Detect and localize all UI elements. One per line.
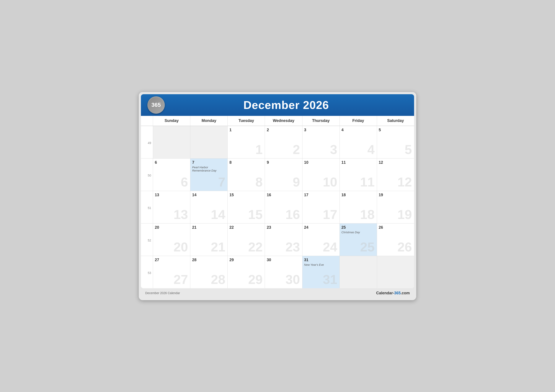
footer-right: Calendar-365.com bbox=[376, 291, 410, 295]
calendar-cell[interactable]: 99 bbox=[265, 158, 302, 191]
calendar-cell[interactable]: 1212 bbox=[377, 158, 414, 191]
footer-left: December 2026 Calendar bbox=[145, 291, 180, 295]
calendar-cell[interactable]: 77Pearl Harbor Remembrance Day bbox=[190, 158, 227, 191]
cell-watermark: 23 bbox=[285, 241, 300, 254]
calendar-cell[interactable]: 2525Christmas Day bbox=[340, 223, 377, 256]
cell-day-number: 3 bbox=[304, 128, 338, 132]
calendar-cell[interactable]: 1111 bbox=[340, 158, 377, 191]
calendar-cell[interactable]: 1717 bbox=[302, 191, 340, 223]
cell-watermark: 1 bbox=[256, 143, 263, 156]
cell-day-number: 19 bbox=[379, 193, 412, 197]
cell-watermark: 7 bbox=[218, 176, 225, 189]
cell-day-number: 10 bbox=[304, 160, 338, 165]
calendar-cell[interactable]: 33 bbox=[302, 126, 340, 158]
cell-day-number: 7 bbox=[192, 160, 226, 165]
cell-watermark: 13 bbox=[174, 208, 188, 221]
logo-badge: 365 bbox=[147, 96, 165, 114]
cell-watermark: 18 bbox=[360, 208, 375, 221]
day-headers: SundayMondayTuesdayWednesdayThursdayFrid… bbox=[141, 116, 414, 126]
cell-watermark: 17 bbox=[323, 208, 337, 221]
cell-day-number: 31 bbox=[304, 258, 338, 262]
calendar-cell[interactable]: 2727 bbox=[153, 256, 190, 288]
calendar-cell[interactable]: 2626 bbox=[377, 223, 414, 256]
calendar-cell[interactable] bbox=[190, 126, 227, 158]
calendar-cell[interactable]: 1818 bbox=[340, 191, 377, 223]
cell-day-number: 28 bbox=[192, 258, 226, 262]
cell-watermark: 15 bbox=[248, 208, 263, 221]
calendar-cell[interactable]: 2323 bbox=[265, 223, 302, 256]
calendar-cell[interactable]: 3030 bbox=[265, 256, 302, 288]
calendar-cell[interactable] bbox=[153, 126, 190, 158]
cell-watermark: 20 bbox=[174, 241, 188, 254]
calendar-title: December 2026 bbox=[165, 99, 408, 112]
calendar-cell[interactable] bbox=[377, 256, 414, 288]
day-header-thursday: Thursday bbox=[302, 116, 340, 126]
cell-watermark: 22 bbox=[248, 241, 263, 254]
calendar-cell[interactable]: 1010 bbox=[302, 158, 340, 191]
footer-brand-suffix: .com bbox=[401, 291, 410, 295]
calendar-cell[interactable]: 2020 bbox=[153, 223, 190, 256]
cell-watermark: 8 bbox=[256, 176, 263, 189]
cell-day-number: 17 bbox=[304, 193, 338, 197]
calendar-cell[interactable]: 2222 bbox=[227, 223, 265, 256]
calendar-cell[interactable]: 1515 bbox=[227, 191, 265, 223]
cell-day-number: 25 bbox=[342, 225, 375, 230]
cell-watermark: 28 bbox=[211, 273, 226, 286]
cell-watermark: 27 bbox=[174, 273, 188, 286]
calendar-header: 365 December 2026 bbox=[141, 94, 414, 116]
cell-day-number: 14 bbox=[192, 193, 226, 197]
calendar-inner: 365 December 2026 SundayMondayTuesdayWed… bbox=[141, 94, 414, 288]
calendar-cell[interactable]: 44 bbox=[340, 126, 377, 158]
week-number-51: 51 bbox=[141, 191, 153, 223]
calendar-cell[interactable]: 2424 bbox=[302, 223, 340, 256]
calendar-cell[interactable]: 11 bbox=[227, 126, 265, 158]
calendar-footer: December 2026 Calendar Calendar-365.com bbox=[141, 288, 414, 298]
cell-day-number: 12 bbox=[379, 160, 412, 165]
cell-day-number: 24 bbox=[304, 225, 338, 230]
calendar-cell[interactable]: 1313 bbox=[153, 191, 190, 223]
day-header-friday: Friday bbox=[340, 116, 377, 126]
cell-watermark: 16 bbox=[285, 208, 300, 221]
footer-brand-text: Calendar- bbox=[376, 291, 394, 295]
cell-watermark: 14 bbox=[211, 208, 226, 221]
calendar-cell[interactable]: 2929 bbox=[227, 256, 265, 288]
calendar-cell[interactable]: 55 bbox=[377, 126, 414, 158]
cell-watermark: 11 bbox=[360, 176, 375, 189]
cell-day-number: 2 bbox=[267, 128, 300, 132]
cell-day-number: 29 bbox=[229, 258, 263, 262]
calendar-grid: 491122334455506677Pearl Harbor Remembran… bbox=[141, 126, 414, 288]
day-header-wednesday: Wednesday bbox=[265, 116, 302, 126]
calendar-cell[interactable]: 66 bbox=[153, 158, 190, 191]
cell-day-number: 30 bbox=[267, 258, 300, 262]
cell-watermark: 4 bbox=[367, 143, 374, 156]
cell-day-number: 5 bbox=[379, 128, 412, 132]
calendar-cell[interactable]: 2121 bbox=[190, 223, 227, 256]
cell-watermark: 21 bbox=[211, 241, 226, 254]
calendar-cell[interactable]: 3131New Year's Eve bbox=[302, 256, 340, 288]
cell-day-number: 4 bbox=[342, 128, 375, 132]
calendar-wrapper: 365 December 2026 SundayMondayTuesdayWed… bbox=[139, 92, 416, 300]
calendar-cell[interactable] bbox=[340, 256, 377, 288]
week-number-53: 53 bbox=[141, 256, 153, 288]
calendar-cell[interactable]: 2828 bbox=[190, 256, 227, 288]
cell-watermark: 19 bbox=[397, 208, 412, 221]
calendar-cell[interactable]: 22 bbox=[265, 126, 302, 158]
calendar-cell[interactable]: 1616 bbox=[265, 191, 302, 223]
cell-day-number: 9 bbox=[267, 160, 300, 165]
cell-watermark: 6 bbox=[181, 176, 188, 189]
cell-watermark: 25 bbox=[360, 241, 375, 254]
cell-watermark: 29 bbox=[248, 273, 263, 286]
cell-day-number: 13 bbox=[155, 193, 188, 197]
cell-watermark: 2 bbox=[293, 143, 300, 156]
calendar-cell[interactable]: 1414 bbox=[190, 191, 227, 223]
week-number-50: 50 bbox=[141, 158, 153, 191]
day-header-tuesday: Tuesday bbox=[227, 116, 265, 126]
calendar-cell[interactable]: 1919 bbox=[377, 191, 414, 223]
cell-day-number: 15 bbox=[229, 193, 263, 197]
cell-holiday: Christmas Day bbox=[342, 231, 375, 234]
cell-day-number: 22 bbox=[229, 225, 263, 230]
cell-watermark: 12 bbox=[397, 176, 412, 189]
calendar-cell[interactable]: 88 bbox=[227, 158, 265, 191]
cell-watermark: 30 bbox=[285, 273, 300, 286]
cell-day-number: 20 bbox=[155, 225, 188, 230]
